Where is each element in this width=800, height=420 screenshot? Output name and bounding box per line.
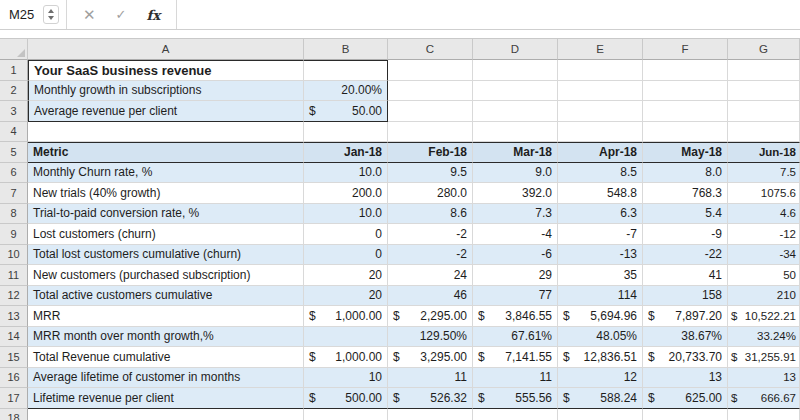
- cell-g3[interactable]: [728, 101, 800, 122]
- cell-e2[interactable]: [558, 81, 643, 102]
- cell-e6[interactable]: 8.5: [558, 163, 643, 184]
- cell-a4[interactable]: [28, 122, 304, 143]
- cell-c3[interactable]: [388, 101, 473, 122]
- cell-a12[interactable]: Total active customers cumulative: [28, 286, 304, 307]
- cell-d2[interactable]: [473, 81, 558, 102]
- cell-d16[interactable]: 11: [473, 368, 558, 389]
- cell-d5[interactable]: Mar-18: [473, 142, 558, 163]
- cell-c2[interactable]: [388, 81, 473, 102]
- cell-g11[interactable]: 50: [728, 265, 800, 286]
- cell-a2[interactable]: Monthly growth in subscriptions: [28, 81, 304, 102]
- cell-d4[interactable]: [473, 122, 558, 143]
- cell-d17[interactable]: $555.56: [473, 388, 558, 409]
- cell-b11[interactable]: 20: [304, 265, 388, 286]
- cell-d18[interactable]: [473, 409, 558, 420]
- row-header-9[interactable]: 9: [0, 224, 28, 245]
- cell-g9[interactable]: -12: [728, 224, 800, 245]
- cell-a3[interactable]: Average revenue per client: [28, 101, 304, 122]
- cell-e9[interactable]: -7: [558, 224, 643, 245]
- cell-e3[interactable]: [558, 101, 643, 122]
- cell-e13[interactable]: $5,694.96: [558, 306, 643, 327]
- row-header-12[interactable]: 12: [0, 286, 28, 307]
- cell-d12[interactable]: 77: [473, 286, 558, 307]
- cell-f12[interactable]: 158: [643, 286, 728, 307]
- stepper-down-icon[interactable]: [48, 16, 54, 20]
- cell-b5[interactable]: Jan-18: [304, 142, 388, 163]
- cell-b13[interactable]: $1,000.00: [304, 306, 388, 327]
- cell-d11[interactable]: 29: [473, 265, 558, 286]
- select-all-corner[interactable]: [0, 38, 28, 60]
- column-header-b[interactable]: B: [304, 38, 388, 60]
- formula-input[interactable]: [177, 0, 800, 29]
- cell-e18[interactable]: [558, 409, 643, 420]
- cell-a9[interactable]: Lost customers (churn): [28, 224, 304, 245]
- column-header-a[interactable]: A: [28, 38, 304, 60]
- cell-a7[interactable]: New trials (40% growth): [28, 183, 304, 204]
- column-header-c[interactable]: C: [388, 38, 473, 60]
- cell-d3[interactable]: [473, 101, 558, 122]
- cell-c12[interactable]: 46: [388, 286, 473, 307]
- cell-g4[interactable]: [728, 122, 800, 143]
- cell-g5[interactable]: Jun-18: [728, 142, 800, 163]
- cell-c11[interactable]: 24: [388, 265, 473, 286]
- cell-a10[interactable]: Total lost customers cumulative (churn): [28, 245, 304, 266]
- cell-f1[interactable]: [643, 60, 728, 81]
- name-box-stepper[interactable]: [43, 5, 59, 24]
- cell-c8[interactable]: 8.6: [388, 204, 473, 225]
- cell-a5[interactable]: Metric: [28, 142, 304, 163]
- cell-b2[interactable]: 20.00%: [304, 81, 388, 102]
- cell-d15[interactable]: $7,141.55: [473, 347, 558, 368]
- cell-a18[interactable]: [28, 409, 304, 420]
- cell-g2[interactable]: [728, 81, 800, 102]
- cell-g16[interactable]: 13: [728, 368, 800, 389]
- column-header-f[interactable]: F: [643, 38, 728, 60]
- column-header-g[interactable]: G: [728, 38, 800, 60]
- row-header-15[interactable]: 15: [0, 347, 28, 368]
- cell-f5[interactable]: May-18: [643, 142, 728, 163]
- row-header-4[interactable]: 4: [0, 122, 28, 143]
- cell-e12[interactable]: 114: [558, 286, 643, 307]
- cell-d8[interactable]: 7.3: [473, 204, 558, 225]
- cell-g7[interactable]: 1075.6: [728, 183, 800, 204]
- cell-a1[interactable]: Your SaaS business revenue: [28, 60, 304, 81]
- name-box[interactable]: M25: [0, 0, 66, 29]
- cell-f15[interactable]: $20,733.70: [643, 347, 728, 368]
- cell-e15[interactable]: $12,836.51: [558, 347, 643, 368]
- stepper-up-icon[interactable]: [48, 9, 54, 13]
- row-header-5[interactable]: 5: [0, 142, 28, 163]
- cell-c18[interactable]: [388, 409, 473, 420]
- cell-f9[interactable]: -9: [643, 224, 728, 245]
- cell-b1[interactable]: [304, 60, 388, 81]
- cell-b18[interactable]: [304, 409, 388, 420]
- row-header-8[interactable]: 8: [0, 204, 28, 225]
- cell-f18[interactable]: [643, 409, 728, 420]
- cell-e1[interactable]: [558, 60, 643, 81]
- cell-d13[interactable]: $3,846.55: [473, 306, 558, 327]
- cell-g10[interactable]: -34: [728, 245, 800, 266]
- cell-g18[interactable]: [728, 409, 800, 420]
- row-header-10[interactable]: 10: [0, 245, 28, 266]
- cell-b3[interactable]: $50.00: [304, 101, 388, 122]
- cell-g12[interactable]: 210: [728, 286, 800, 307]
- cell-g17[interactable]: $666.67: [728, 388, 800, 409]
- cell-a6[interactable]: Monthly Churn rate, %: [28, 163, 304, 184]
- cancel-icon[interactable]: ✕: [83, 6, 96, 24]
- cell-a17[interactable]: Lifetime revenue per client: [28, 388, 304, 409]
- cell-e5[interactable]: Apr-18: [558, 142, 643, 163]
- cell-c6[interactable]: 9.5: [388, 163, 473, 184]
- cell-b14[interactable]: [304, 327, 388, 348]
- cell-c7[interactable]: 280.0: [388, 183, 473, 204]
- cell-d7[interactable]: 392.0: [473, 183, 558, 204]
- column-header-e[interactable]: E: [558, 38, 643, 60]
- row-header-13[interactable]: 13: [0, 306, 28, 327]
- row-header-2[interactable]: 2: [0, 81, 28, 102]
- cell-d1[interactable]: [473, 60, 558, 81]
- cell-b16[interactable]: 10: [304, 368, 388, 389]
- row-header-1[interactable]: 1: [0, 60, 28, 81]
- cell-g1[interactable]: [728, 60, 800, 81]
- cell-f7[interactable]: 768.3: [643, 183, 728, 204]
- cell-e11[interactable]: 35: [558, 265, 643, 286]
- cell-a14[interactable]: MRR month over month growth,%: [28, 327, 304, 348]
- cell-c4[interactable]: [388, 122, 473, 143]
- row-header-7[interactable]: 7: [0, 183, 28, 204]
